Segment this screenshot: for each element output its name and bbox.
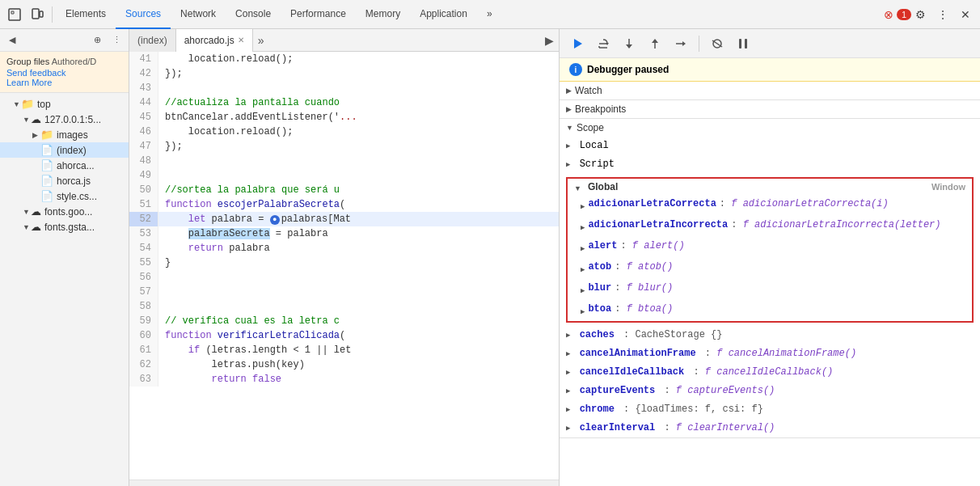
debugger-panel: i Debugger paused ▶ Watch ▶ Breakpoints [560, 29, 980, 486]
scope-item-caches[interactable]: ▶ caches : CacheStorage {} [560, 326, 980, 344]
svg-rect-16 [739, 39, 741, 49]
tree-item-horca[interactable]: 📄 horca.js [0, 173, 129, 188]
step-into-btn[interactable] [618, 32, 640, 55]
watch-section: ▶ Watch [560, 82, 980, 100]
scope-item-alert[interactable]: ▶ alert : f alert() [568, 237, 972, 258]
js-file-icon: 📄 [40, 159, 53, 171]
sidebar-more-btn[interactable]: ⋮ [108, 32, 125, 49]
step-btn[interactable] [670, 32, 692, 55]
tree-item-index[interactable]: 📄 (index) [0, 142, 129, 158]
scope-item-captureEvents[interactable]: ▶ captureEvents : f captureEvents() [560, 382, 980, 400]
breakpoints-arrow: ▶ [566, 105, 572, 113]
line-number: 61 [129, 343, 158, 357]
device-toolbar-icon[interactable] [26, 3, 49, 26]
item-arrow: ▶ [581, 242, 585, 256]
tree-item-fonts-gsta[interactable]: ▼ ☁ fonts.gsta... [0, 219, 129, 235]
debugger-content[interactable]: ▶ Watch ▶ Breakpoints ▼ Scope ▶ [560, 82, 980, 486]
line-content [158, 285, 165, 299]
breakpoints-header[interactable]: ▶ Breakpoints [560, 100, 980, 118]
resume-btn[interactable] [566, 32, 589, 55]
item-key: cancelAnimationFrame [580, 348, 696, 359]
svg-rect-17 [745, 39, 747, 49]
tab-close-btn[interactable]: ✕ [238, 36, 244, 44]
line-number: 49 [129, 168, 158, 183]
folder-icon: 📁 [21, 98, 34, 110]
tab-console[interactable]: Console [226, 0, 281, 29]
more-options-icon[interactable]: ⋮ [931, 3, 954, 26]
step-out-btn[interactable] [644, 32, 666, 55]
scope-local[interactable]: ▶ Local [560, 137, 980, 155]
scope-header[interactable]: ▼ Scope [560, 119, 980, 137]
line-content: // verifica cual es la letra c [158, 314, 340, 328]
line-content [158, 81, 165, 95]
settings-icon[interactable]: ⚙ [909, 3, 931, 26]
inspect-icon[interactable] [3, 3, 26, 26]
arrow [32, 177, 40, 185]
authored-label: Authored/D [52, 57, 97, 66]
tab-memory[interactable]: Memory [356, 0, 410, 29]
tree-item-style[interactable]: 📄 style.cs... [0, 188, 129, 204]
tab-more[interactable]: » [477, 0, 502, 29]
tab-network[interactable]: Network [171, 0, 226, 29]
more-tabs-btn[interactable]: » [253, 34, 269, 47]
dbg-separator [699, 36, 699, 52]
error-badge-container[interactable]: ⊗ 1 [886, 3, 909, 26]
scope-item-adicionarLetraIncorrecta[interactable]: ▶ adicionarLetraIncorrecta : f adicionar… [568, 216, 972, 237]
tab-sources[interactable]: Sources [116, 0, 171, 29]
code-line-42: 42 }); [129, 66, 559, 81]
tab-application[interactable]: Application [410, 0, 477, 29]
scope-item-btoa[interactable]: ▶ btoa : f btoa() [568, 300, 972, 321]
item-arrow: ▶ [566, 387, 570, 395]
global-header[interactable]: ▼ Global Window [568, 179, 972, 195]
tab-ahorcado-file[interactable]: ahorcado.js ✕ [176, 29, 253, 52]
toolbar-separator-1 [52, 6, 53, 23]
tree-item-fonts-goo[interactable]: ▼ ☁ fonts.goo... [0, 204, 129, 219]
cloud-icon3: ☁ [31, 221, 41, 233]
scope-item-adicionarLetraCorrecta[interactable]: ▶ adicionarLetraCorrecta : f adicionarLe… [568, 195, 972, 216]
tree-item-localhost[interactable]: ▼ ☁ 127.0.0.1:5... [0, 112, 129, 127]
sidebar-tree: ▼ 📁 top ▼ ☁ 127.0.0.1:5... ▶ 📁 images [0, 93, 129, 486]
close-devtools-icon[interactable]: ✕ [954, 3, 977, 26]
horizontal-scrollbar[interactable] [129, 480, 559, 486]
scope-item-cancelIdleCallback[interactable]: ▶ cancelIdleCallback : f cancelIdleCallb… [560, 363, 980, 382]
new-folder-btn[interactable]: ⊕ [88, 32, 106, 49]
item-val: : f cancelAnimationFrame() [705, 348, 856, 359]
scope-item-clearInterval[interactable]: ▶ clearInterval : f clearInterval() [560, 419, 980, 437]
watch-header[interactable]: ▶ Watch [560, 82, 980, 99]
tree-item-top[interactable]: ▼ 📁 top [0, 96, 129, 112]
cloud-icon2: ☁ [31, 205, 41, 218]
scope-item-atob[interactable]: ▶ atob : f atob() [568, 258, 972, 279]
code-area[interactable]: 41 location.reload(); 42 }); 43 44 //act… [129, 52, 559, 480]
pause-exceptions-btn[interactable] [732, 32, 754, 55]
paused-banner: i Debugger paused [560, 58, 980, 82]
scope-script[interactable]: ▶ Script [560, 155, 980, 174]
code-line-46: 46 location.reload(); [129, 125, 559, 139]
item-val: : {loadTimes: f, csi: f} [623, 404, 763, 415]
code-line-61: 61 if (letras.length < 1 || let [129, 343, 559, 357]
line-number: 50 [129, 183, 158, 197]
run-snippet-btn[interactable]: ▶ [540, 34, 559, 47]
scope-item-blur[interactable]: ▶ blur : f blur() [568, 279, 972, 300]
scope-item-cancelAnimationFrame[interactable]: ▶ cancelAnimationFrame : f cancelAnimati… [560, 344, 980, 363]
learn-more-link[interactable]: Learn More [6, 78, 52, 87]
svg-marker-13 [682, 41, 686, 46]
scope-item-chrome[interactable]: ▶ chrome : {loadTimes: f, csi: f} [560, 400, 980, 419]
tree-label-ahorcado: ahorca... [57, 160, 95, 171]
tab-elements[interactable]: Elements [56, 0, 116, 29]
collapse-sidebar-btn[interactable]: ◀ [3, 32, 21, 49]
item-key: cancelIdleCallback [580, 366, 685, 378]
svg-rect-2 [40, 11, 43, 17]
line-content [158, 270, 165, 285]
tab-performance[interactable]: Performance [281, 0, 356, 29]
send-feedback-link[interactable]: Send feedback [6, 68, 122, 78]
code-line-62: 62 letras.push(key) [129, 357, 559, 372]
tab-index-file[interactable]: (index) [129, 29, 176, 52]
svg-rect-1 [32, 9, 39, 19]
tree-item-ahorcado[interactable]: 📄 ahorca... [0, 158, 129, 173]
main-container: ◀ ⊕ ⋮ Group files Authored/D Send feedba… [0, 29, 980, 486]
line-content [158, 154, 165, 168]
deactivate-btn[interactable] [706, 32, 729, 55]
arrow: ▶ [32, 131, 40, 139]
tree-item-images[interactable]: ▶ 📁 images [0, 127, 129, 142]
step-over-btn[interactable] [592, 32, 615, 55]
